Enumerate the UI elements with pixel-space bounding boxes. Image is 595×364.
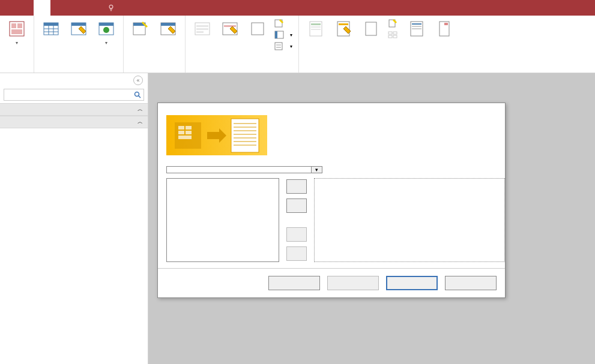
add-all-fields-button[interactable] bbox=[286, 198, 307, 213]
other-forms-button[interactable]: ▾ bbox=[272, 41, 295, 52]
other-forms-icon bbox=[274, 41, 284, 51]
svg-point-15 bbox=[103, 27, 109, 33]
tab-create[interactable] bbox=[34, 0, 50, 16]
group-templates-label bbox=[4, 70, 30, 71]
form-icon bbox=[193, 19, 212, 38]
blank-report-button[interactable] bbox=[358, 18, 384, 41]
svg-rect-21 bbox=[196, 25, 208, 27]
svg-point-0 bbox=[109, 5, 113, 8]
svg-rect-6 bbox=[44, 23, 58, 26]
remove-field-button bbox=[286, 227, 307, 242]
denpyo-icon bbox=[407, 19, 426, 38]
svg-rect-25 bbox=[224, 25, 236, 27]
svg-rect-54 bbox=[178, 126, 184, 130]
report-wizard-button[interactable] bbox=[385, 18, 402, 29]
svg-rect-36 bbox=[311, 29, 321, 30]
blank-form-icon bbox=[248, 19, 267, 38]
table-icon bbox=[41, 19, 61, 38]
table-design-icon bbox=[69, 19, 88, 38]
query-design-button[interactable] bbox=[155, 18, 181, 41]
next-button[interactable] bbox=[386, 276, 438, 290]
svg-rect-50 bbox=[444, 23, 448, 25]
group-forms-label bbox=[189, 70, 295, 71]
chevron-up-icon: ︿ bbox=[137, 118, 143, 126]
sharepoint-lists-button[interactable]: ▾ bbox=[93, 18, 119, 47]
app-parts-icon bbox=[7, 19, 26, 38]
svg-rect-12 bbox=[71, 23, 86, 26]
navigation-icon bbox=[274, 30, 284, 40]
group-reports-label bbox=[303, 70, 458, 71]
form-button bbox=[189, 18, 216, 41]
svg-rect-47 bbox=[412, 26, 421, 27]
denpyo-wizard-button[interactable] bbox=[403, 18, 430, 41]
labels-icon bbox=[388, 30, 397, 40]
svg-rect-35 bbox=[311, 26, 321, 28]
hagaki-icon bbox=[435, 19, 454, 38]
svg-rect-26 bbox=[252, 23, 264, 35]
svg-rect-55 bbox=[186, 126, 192, 130]
tab-dbtools[interactable] bbox=[67, 0, 84, 16]
back-button bbox=[327, 276, 379, 290]
svg-rect-56 bbox=[178, 131, 184, 134]
collapse-nav-icon[interactable]: « bbox=[133, 76, 143, 85]
wizard-title bbox=[158, 103, 505, 113]
svg-rect-19 bbox=[161, 23, 175, 26]
chevron-down-icon: ▾ bbox=[290, 32, 292, 38]
finish-button[interactable] bbox=[445, 276, 497, 290]
chevron-down-icon[interactable]: ▾ bbox=[311, 167, 322, 173]
nav-search[interactable] bbox=[4, 89, 144, 101]
navigation-button[interactable]: ▾ bbox=[272, 29, 295, 40]
svg-rect-30 bbox=[275, 43, 282, 50]
svg-rect-58 bbox=[178, 136, 192, 139]
query-wizard-button[interactable] bbox=[127, 18, 154, 41]
add-field-button[interactable] bbox=[286, 179, 307, 194]
search-input[interactable] bbox=[4, 89, 131, 100]
report-design-button[interactable] bbox=[330, 18, 357, 41]
remove-all-fields-button bbox=[286, 246, 307, 261]
table-query-value bbox=[167, 167, 311, 173]
tab-file[interactable] bbox=[0, 0, 17, 16]
report-wizard-icon bbox=[388, 19, 397, 28]
chevron-down-icon: ▾ bbox=[105, 40, 107, 46]
svg-rect-39 bbox=[366, 22, 376, 35]
svg-rect-44 bbox=[393, 35, 397, 38]
available-fields-list[interactable] bbox=[166, 178, 279, 262]
hagaki-wizard-button[interactable] bbox=[431, 18, 458, 41]
svg-rect-46 bbox=[412, 23, 421, 25]
svg-rect-2 bbox=[11, 23, 16, 28]
labels-button bbox=[385, 29, 402, 40]
svg-rect-31 bbox=[276, 44, 281, 46]
table-button[interactable] bbox=[38, 18, 64, 41]
table-design-button[interactable] bbox=[65, 18, 92, 41]
svg-rect-57 bbox=[186, 131, 192, 134]
selected-fields-list[interactable] bbox=[314, 178, 505, 262]
svg-rect-3 bbox=[17, 23, 22, 28]
nav-group-tables[interactable]: ︿ bbox=[0, 103, 148, 116]
chevron-up-icon: ︿ bbox=[137, 106, 143, 113]
form-design-button[interactable] bbox=[217, 18, 243, 41]
tab-help[interactable] bbox=[84, 0, 101, 16]
ribbon: ▾ ▾ bbox=[0, 16, 595, 73]
svg-rect-32 bbox=[276, 47, 281, 48]
report-icon bbox=[306, 19, 325, 38]
table-query-combo[interactable]: ▾ bbox=[166, 166, 322, 173]
svg-point-51 bbox=[135, 92, 139, 97]
svg-rect-41 bbox=[388, 32, 392, 34]
svg-rect-14 bbox=[99, 23, 113, 26]
blank-form-button[interactable] bbox=[244, 18, 271, 41]
search-icon[interactable] bbox=[131, 89, 143, 100]
nav-group-queries[interactable]: ︿ bbox=[0, 116, 148, 128]
query-design-icon bbox=[159, 19, 178, 38]
svg-rect-22 bbox=[196, 28, 208, 30]
tab-external[interactable] bbox=[50, 0, 67, 16]
svg-rect-34 bbox=[311, 23, 321, 25]
group-tables-label bbox=[38, 70, 119, 71]
ribbon-tabstrip bbox=[0, 0, 595, 16]
form-wizard-button[interactable] bbox=[272, 18, 295, 29]
svg-rect-4 bbox=[11, 29, 22, 34]
cancel-button[interactable] bbox=[268, 276, 320, 290]
tab-home[interactable] bbox=[17, 0, 34, 16]
tellme-box[interactable] bbox=[101, 0, 125, 16]
app-parts-button[interactable]: ▾ bbox=[4, 18, 30, 47]
report-design-icon bbox=[334, 19, 353, 38]
